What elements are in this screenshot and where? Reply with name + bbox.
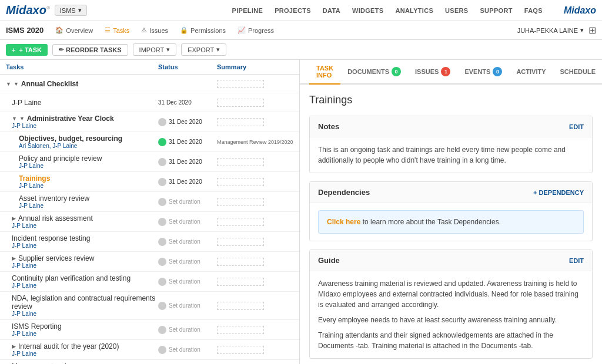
tab-issues[interactable]: ISSUES 1	[408, 60, 457, 85]
nav-data[interactable]: DATA	[323, 7, 340, 14]
guide-title: Guide	[318, 256, 340, 265]
task-list: ▼▼Annual ChecklistJ-P Laine31 Dec 2020▼▼…	[0, 75, 299, 364]
import-button[interactable]: IMPORT ▾	[133, 43, 177, 56]
nav-widgets[interactable]: WIDGETS	[352, 7, 383, 14]
guide-section: Guide EDIT Awareness training material i…	[309, 250, 593, 359]
dependency-info-box: Click here to learn more about the Task …	[318, 210, 584, 234]
task-row[interactable]: ▼▼Administrative Year ClockJ-P Laine31 D…	[0, 112, 299, 132]
nav-analytics[interactable]: ANALYTICS	[395, 7, 433, 14]
notes-edit-button[interactable]: EDIT	[569, 123, 584, 130]
top-nav-links: PIPELINE PROJECTS DATA WIDGETS ANALYTICS…	[232, 5, 596, 16]
task-row[interactable]: ISMS ReportingJ-P LaineSet duration	[0, 320, 299, 340]
dependency-link[interactable]: Click here	[327, 218, 360, 226]
nav-projects[interactable]: PROJECTS	[275, 7, 311, 14]
tab-schedule[interactable]: SCHEDULE	[553, 60, 602, 85]
tab-activity[interactable]: ACTIVITY	[509, 60, 553, 85]
task-row[interactable]: NDA, legislation and contractual require…	[0, 292, 299, 320]
issues-badge: 1	[441, 67, 450, 76]
guide-para3: Training attendants and their signed ack…	[318, 330, 584, 351]
task-row[interactable]: Objectives, budget, resourcingAri Salone…	[0, 132, 299, 152]
logo: Midaxo®	[6, 4, 50, 17]
task-row[interactable]: Incident response testingJ-P LaineSet du…	[0, 232, 299, 252]
notes-header: Notes EDIT	[310, 116, 592, 137]
task-row[interactable]: ▶Annual risk assessmentJ-P LaineSet dura…	[0, 212, 299, 232]
task-row[interactable]: Policy and principle reviewJ-P Laine31 D…	[0, 152, 299, 172]
isms-dropdown[interactable]: ISMS ▾	[55, 5, 87, 16]
add-task-button[interactable]: + + TASK	[6, 44, 48, 56]
task-title: Trainings	[309, 94, 593, 106]
tab-task-info[interactable]: TASK INFO	[309, 60, 340, 85]
right-content: Trainings Notes EDIT This is an ongoing …	[300, 85, 602, 364]
subnav-progress[interactable]: 📈 Progress	[233, 26, 279, 34]
tab-documents[interactable]: DOCUMENTS 0	[340, 60, 408, 85]
export-button[interactable]: EXPORT ▾	[181, 43, 226, 56]
dependencies-header: Dependencies + DEPENDENCY	[310, 182, 592, 203]
reorder-tasks-button[interactable]: ✏ REORDER TASKS	[52, 44, 128, 56]
notes-body: This is an ongoing task and trainings ar…	[310, 137, 592, 173]
task-row[interactable]: J-P Laine31 Dec 2020	[0, 93, 299, 112]
notes-title: Notes	[318, 122, 339, 131]
sub-nav: ISMS 2020 🏠 Overview ☰ Tasks ⚠ Issues 🔒 …	[0, 21, 602, 40]
task-row[interactable]: Management reviewJ-P Laine08 Dec 2020	[0, 360, 299, 364]
subnav-overview[interactable]: 🏠 Overview	[51, 26, 98, 34]
top-logo2: Midaxo	[564, 5, 596, 16]
project-title: ISMS 2020	[6, 26, 44, 35]
task-list-header: Tasks Status Summary	[0, 60, 299, 75]
top-nav: Midaxo® ISMS ▾ PIPELINE PROJECTS DATA WI…	[0, 0, 602, 21]
right-panel: TASK INFO DOCUMENTS 0 ISSUES 1 EVENTS 0 …	[300, 60, 602, 364]
guide-body: Awareness training material is reviewed …	[310, 271, 592, 358]
nav-support[interactable]: SUPPORT	[480, 7, 512, 14]
task-row[interactable]: Asset inventory reviewJ-P LaineSet durat…	[0, 192, 299, 212]
main-content: Tasks Status Summary ▼▼Annual ChecklistJ…	[0, 60, 602, 364]
right-tabs: TASK INFO DOCUMENTS 0 ISSUES 1 EVENTS 0 …	[300, 60, 602, 85]
nav-users[interactable]: USERS	[445, 7, 468, 14]
guide-header: Guide EDIT	[310, 250, 592, 271]
subnav-issues[interactable]: ⚠ Issues	[136, 26, 173, 34]
subnav-tasks[interactable]: ☰ Tasks	[100, 26, 134, 34]
add-dependency-button[interactable]: + DEPENDENCY	[533, 189, 584, 196]
task-row[interactable]: ▶Supplier services reviewJ-P LaineSet du…	[0, 252, 299, 272]
nav-faqs[interactable]: FAQS	[524, 7, 543, 14]
task-row[interactable]: ▼▼Annual Checklist	[0, 75, 299, 93]
nav-pipeline[interactable]: PIPELINE	[232, 7, 263, 14]
guide-para2: Every employee needs to have at least se…	[318, 315, 584, 325]
tab-events[interactable]: EVENTS 0	[457, 60, 509, 85]
dependencies-title: Dependencies	[318, 188, 370, 197]
documents-badge: 0	[392, 67, 401, 76]
guide-edit-button[interactable]: EDIT	[569, 257, 584, 264]
dependencies-section: Dependencies + DEPENDENCY Click here to …	[309, 181, 593, 241]
notes-section: Notes EDIT This is an ongoing task and t…	[309, 116, 593, 173]
toolbar: + + TASK ✏ REORDER TASKS IMPORT ▾ EXPORT…	[0, 40, 602, 60]
task-row[interactable]: Continuity plan verification and testing…	[0, 272, 299, 292]
dependencies-body: Click here to learn more about the Task …	[310, 203, 592, 241]
guide-para1: Awareness training material is reviewed …	[318, 278, 584, 310]
task-row[interactable]: ▶Internal audit for the year (2020)J-P L…	[0, 340, 299, 360]
task-panel: Tasks Status Summary ▼▼Annual ChecklistJ…	[0, 60, 300, 364]
user-badge[interactable]: JUHA-PEKKA LAINE ▾ ⊞	[517, 25, 596, 36]
events-badge: 0	[493, 67, 502, 76]
task-row[interactable]: TrainingsJ-P Laine31 Dec 2020	[0, 172, 299, 192]
subnav-permissions[interactable]: 🔒 Permissions	[175, 26, 230, 34]
